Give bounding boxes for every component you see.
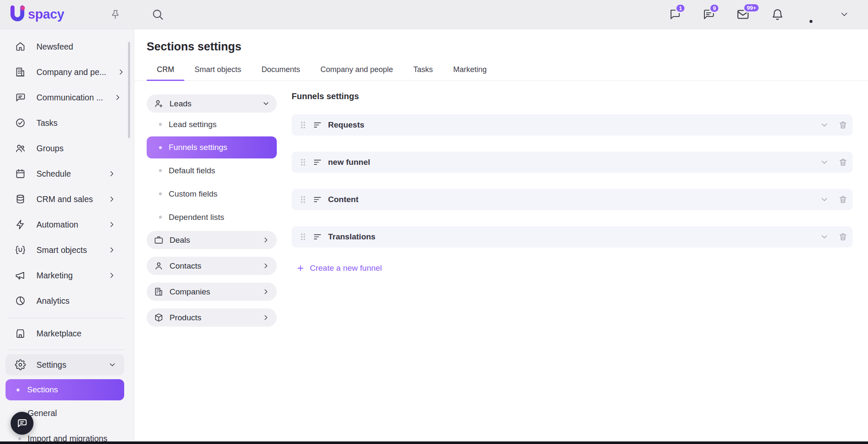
support-chat-launcher[interactable] [11, 412, 33, 435]
smart-objects-icon [15, 244, 26, 255]
funnel-name: Requests [328, 120, 364, 130]
sidebar-item-company-and-people[interactable]: Company and pe... [0, 59, 134, 85]
expand-chevron-down-icon[interactable] [820, 232, 829, 241]
crm-settings-nav: Leads Lead settings Funnels settings Def… [147, 91, 277, 327]
nav-item-label: Default fields [169, 166, 215, 175]
chevron-right-icon [108, 271, 116, 280]
user-avatar[interactable] [805, 6, 823, 23]
sidebar-item-smart-objects[interactable]: Smart objects [0, 237, 134, 263]
expand-chevron-down-icon[interactable] [820, 120, 829, 130]
main-content: Sections settings CRM Smart objects Docu… [134, 29, 868, 444]
nav-item-custom-fields[interactable]: Custom fields [147, 182, 277, 205]
chevron-right-icon [108, 220, 116, 229]
create-funnel-button[interactable]: Create a new funnel [296, 264, 382, 273]
sidebar-label: Sections [27, 385, 58, 394]
nav-group-deals[interactable]: Deals [147, 231, 277, 249]
nav-item-funnels-settings[interactable]: Funnels settings [147, 136, 277, 158]
funnel-row-new-funnel[interactable]: new funnel [292, 152, 853, 173]
nav-group-companies[interactable]: Companies [147, 283, 277, 301]
gear-icon [15, 359, 26, 370]
nav-group-contacts[interactable]: Contacts [147, 257, 277, 275]
chevron-right-icon [108, 246, 116, 254]
funnel-row-requests[interactable]: Requests [292, 114, 853, 136]
sidebar-item-automation[interactable]: Automation [0, 212, 134, 237]
sidebar-label: Automation [36, 220, 78, 230]
expand-chevron-down-icon[interactable] [820, 158, 829, 167]
profile-chevron-down-icon[interactable] [839, 9, 849, 19]
sidebar-item-schedule[interactable]: Schedule [0, 161, 134, 186]
sidebar-scrollbar[interactable] [128, 42, 130, 138]
topbar: spacy 1 [0, 0, 868, 29]
tasks-icon [15, 117, 26, 128]
nav-item-dependent-lists[interactable]: Dependent lists [147, 205, 277, 229]
delete-trash-icon[interactable] [838, 195, 848, 204]
tab-crm[interactable]: CRM [147, 60, 184, 80]
drag-handle-icon[interactable] [300, 195, 306, 204]
chevron-right-icon [262, 288, 270, 296]
sidebar-item-sections[interactable]: Sections [6, 379, 124, 400]
page-title: Sections settings [147, 40, 868, 53]
sidebar-item-groups[interactable]: Groups [0, 136, 134, 161]
tab-smart-objects[interactable]: Smart objects [184, 60, 251, 80]
nav-group-leads[interactable]: Leads [147, 94, 277, 113]
drag-handle-icon[interactable] [300, 158, 306, 166]
storefront-icon [15, 328, 26, 339]
products-icon [154, 313, 164, 322]
chat-icon[interactable]: 1 [668, 8, 681, 21]
search-icon[interactable] [151, 8, 164, 21]
tab-marketing[interactable]: Marketing [443, 60, 497, 80]
comments-icon[interactable]: 9 [702, 8, 715, 21]
drag-handle-icon[interactable] [300, 121, 306, 129]
nav-item-label: Funnels settings [169, 143, 227, 152]
lightning-icon [15, 219, 26, 230]
nav-item-default-fields[interactable]: Default fields [147, 159, 277, 182]
delete-trash-icon[interactable] [838, 158, 848, 167]
topbar-icons: 1 9 99+ [668, 6, 868, 23]
funnels-heading: Funnels settings [292, 91, 853, 101]
sidebar-item-tasks[interactable]: Tasks [0, 110, 134, 136]
mail-badge: 99+ [743, 3, 760, 13]
chevron-down-icon [262, 100, 270, 108]
nav-group-label: Products [170, 313, 201, 322]
sidebar-item-newsfeed[interactable]: Newsfeed [0, 34, 134, 59]
app-window: spacy 1 [0, 0, 868, 444]
expand-chevron-down-icon[interactable] [820, 195, 829, 204]
sidebar-item-marketing[interactable]: Marketing [0, 263, 134, 288]
nav-item-lead-settings[interactable]: Lead settings [147, 113, 277, 136]
sidebar-item-crm-and-sales[interactable]: CRM and sales [0, 186, 134, 212]
sidebar-item-marketplace[interactable]: Marketplace [0, 321, 134, 346]
nav-group-label: Leads [170, 99, 192, 108]
funnel-row-translations[interactable]: Translations [292, 226, 853, 247]
tab-tasks[interactable]: Tasks [403, 60, 443, 80]
funnel-name: new funnel [328, 158, 370, 167]
nav-group-products[interactable]: Products [147, 308, 277, 327]
chevron-down-icon [108, 361, 117, 369]
building-icon [15, 67, 26, 78]
mail-icon[interactable]: 99+ [736, 8, 750, 21]
funnel-icon [313, 195, 322, 204]
uspacy-logo[interactable]: spacy [8, 4, 64, 25]
tab-documents[interactable]: Documents [251, 60, 310, 80]
pin-sidebar-icon[interactable] [110, 9, 121, 20]
sidebar-label: CRM and sales [36, 194, 93, 204]
tab-company-and-people[interactable]: Company and people [310, 60, 403, 80]
nav-item-label: Custom fields [169, 189, 217, 199]
sidebar-item-settings[interactable]: Settings [6, 354, 124, 375]
sidebar-label: Newsfeed [36, 42, 73, 52]
funnel-row-content[interactable]: Content [292, 189, 853, 210]
sidebar-label: Company and pe... [36, 67, 106, 77]
sidebar-label: Groups [36, 144, 64, 153]
drag-handle-icon[interactable] [300, 233, 306, 241]
companies-icon [154, 287, 164, 297]
nav-item-label: Lead settings [169, 120, 217, 129]
contacts-icon [154, 261, 164, 271]
notifications-bell-icon[interactable] [771, 8, 784, 21]
sidebar-label: Analytics [36, 296, 70, 306]
screen-bottom-edge [0, 441, 868, 444]
delete-trash-icon[interactable] [838, 232, 848, 241]
sidebar-item-analytics[interactable]: Analytics [0, 288, 134, 314]
plus-icon [296, 264, 305, 272]
sidebar-item-communication[interactable]: Communication ... [0, 85, 134, 110]
delete-trash-icon[interactable] [838, 120, 848, 130]
bullet-dot [18, 437, 21, 440]
